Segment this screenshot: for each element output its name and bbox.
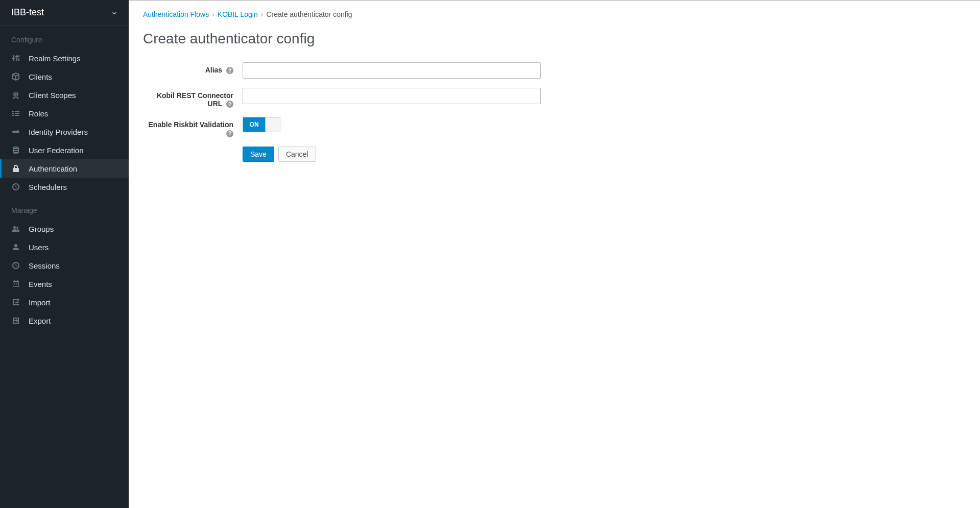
clock-icon	[11, 182, 20, 191]
sidebar-item-clients[interactable]: Clients	[0, 67, 129, 86]
sidebar-item-label: Export	[29, 317, 51, 325]
breadcrumb-item[interactable]: KOBIL Login	[218, 10, 258, 18]
sidebar-item-label: User Federation	[29, 146, 84, 155]
clock-icon	[11, 261, 20, 270]
sidebar-item-label: Users	[29, 243, 49, 252]
alias-label: Alias ?	[143, 62, 243, 74]
sidebar-item-events[interactable]: Events	[0, 275, 129, 293]
sidebar-item-users[interactable]: Users	[0, 238, 129, 256]
realm-selector[interactable]: IBB-test	[0, 0, 129, 26]
export-icon	[11, 316, 20, 325]
alias-input[interactable]	[243, 62, 541, 79]
nav-section: ConfigureRealm SettingsClientsClient Sco…	[0, 26, 129, 196]
cube-icon	[11, 72, 20, 81]
sidebar-item-label: Identity Providers	[29, 128, 88, 136]
chevron-down-icon	[111, 10, 117, 16]
sidebar-item-schedulers[interactable]: Schedulers	[0, 178, 129, 196]
sidebar-item-realm-settings[interactable]: Realm Settings	[0, 49, 129, 67]
sidebar-item-label: Import	[29, 298, 51, 307]
breadcrumb-separator: ›	[261, 10, 264, 18]
help-icon[interactable]: ?	[226, 130, 233, 137]
sidebar-item-identity-providers[interactable]: Identity Providers	[0, 123, 129, 141]
sidebar-item-client-scopes[interactable]: Client Scopes	[0, 86, 129, 104]
sidebar-item-import[interactable]: Import	[0, 293, 129, 311]
calendar-icon	[11, 279, 20, 288]
cancel-button[interactable]: Cancel	[278, 147, 316, 162]
authenticator-config-form: Alias ? Kobil REST Connector URL ? E	[143, 62, 966, 162]
breadcrumb: Authentication Flows›KOBIL Login›Create …	[143, 10, 966, 18]
sidebar-item-label: Clients	[29, 72, 52, 81]
save-button[interactable]: Save	[243, 147, 274, 162]
sidebar-item-export[interactable]: Export	[0, 311, 129, 330]
user-icon	[11, 243, 20, 252]
sidebar-item-groups[interactable]: Groups	[0, 220, 129, 238]
sidebar-item-sessions[interactable]: Sessions	[0, 256, 129, 275]
database-icon	[11, 146, 20, 155]
nav-section-title: Configure	[0, 36, 129, 49]
sidebar-item-label: Sessions	[29, 261, 60, 270]
page-title: Create authenticator config	[143, 31, 966, 47]
breadcrumb-separator: ›	[212, 10, 214, 18]
sidebar-item-user-federation[interactable]: User Federation	[0, 141, 129, 159]
help-icon[interactable]: ?	[226, 67, 233, 74]
sidebar-item-label: Realm Settings	[29, 54, 81, 63]
sliders-icon	[11, 54, 20, 63]
sidebar-item-label: Events	[29, 280, 52, 288]
sidebar-item-label: Roles	[29, 109, 48, 118]
sidebar-item-roles[interactable]: Roles	[0, 104, 129, 123]
chain-icon	[11, 90, 20, 100]
exchange-icon	[11, 127, 20, 136]
sidebar-item-label: Client Scopes	[29, 91, 76, 100]
riskbit-label: Enable Riskbit Validation ?	[143, 117, 243, 137]
sidebar-item-authentication[interactable]: Authentication	[0, 159, 129, 178]
main-content: Authentication Flows›KOBIL Login›Create …	[129, 0, 980, 508]
breadcrumb-item[interactable]: Authentication Flows	[143, 10, 209, 18]
breadcrumb-item: Create authenticator config	[266, 10, 352, 18]
help-icon[interactable]: ?	[226, 101, 233, 108]
sidebar-item-label: Groups	[29, 225, 54, 233]
users-icon	[11, 224, 20, 233]
connector-url-input[interactable]	[243, 88, 541, 104]
toggle-knob	[265, 117, 280, 132]
import-icon	[11, 298, 20, 307]
nav-section-title: Manage	[0, 206, 129, 220]
nav-section: ManageGroupsUsersSessionsEventsImportExp…	[0, 196, 129, 330]
toggle-on-label: ON	[243, 117, 265, 132]
list-icon	[11, 109, 20, 118]
sidebar-item-label: Schedulers	[29, 183, 67, 191]
realm-name: IBB-test	[11, 7, 44, 18]
connector-url-label: Kobil REST Connector URL ?	[143, 88, 243, 108]
lock-icon	[11, 164, 20, 173]
riskbit-toggle[interactable]: ON	[243, 117, 280, 132]
sidebar: IBB-test ConfigureRealm SettingsClientsC…	[0, 0, 129, 508]
sidebar-item-label: Authentication	[29, 164, 77, 173]
